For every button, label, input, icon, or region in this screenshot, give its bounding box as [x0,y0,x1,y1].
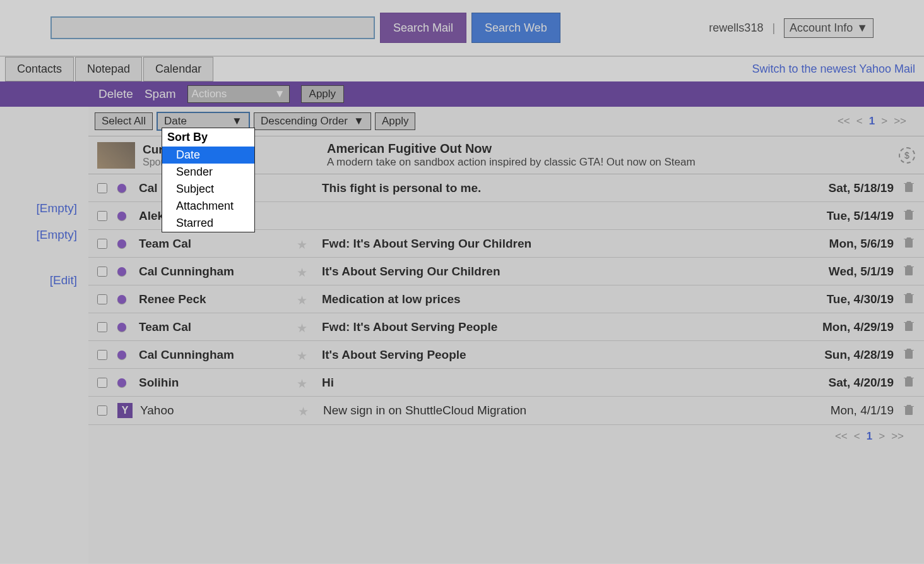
switch-newest-link[interactable]: Switch to the newest Yahoo Mail [752,63,915,76]
email-subject: It's About Serving People [322,348,805,362]
sort-order-dropdown[interactable]: Descending Order ▼ [254,112,371,130]
trash-icon[interactable] [904,292,915,306]
select-all-button[interactable]: Select All [95,112,153,130]
email-from: Cal Cunningham [139,265,297,279]
username-label: rewells318 [709,21,763,35]
yahoo-icon: Y [117,403,133,418]
pager-first[interactable]: << [838,115,850,128]
star-icon[interactable]: ★ [297,376,309,389]
email-row[interactable]: Cal Cunningham★It's About Serving People… [88,341,924,369]
star-icon[interactable]: ★ [298,404,311,417]
pager-prev[interactable]: < [854,430,860,443]
email-date: Mon, 5/6/19 [805,237,894,251]
chevron-down-icon: ▼ [232,115,242,128]
spam-link[interactable]: Spam [145,87,176,101]
star-icon[interactable]: ★ [297,293,309,306]
star-icon[interactable]: ★ [297,265,309,278]
email-row[interactable]: Cal Cunningham★It's About Serving Our Ch… [88,258,924,285]
account-info-dropdown[interactable]: Account Info ▼ [784,18,874,38]
star-icon[interactable]: ★ [297,349,309,361]
sort-option-subject[interactable]: Subject [162,181,254,198]
star-icon[interactable]: ★ [297,237,309,250]
pager-current: 1 [869,115,875,128]
sort-option-sender[interactable]: Sender [162,164,254,181]
star-icon[interactable]: ★ [297,321,309,333]
email-row[interactable]: Solihin★HiSat, 4/20/19 [88,369,924,397]
actions-dropdown[interactable]: Actions ▼ [187,85,290,103]
email-date: Mon, 4/1/19 [805,404,894,417]
unread-dot-icon [117,295,126,304]
email-row[interactable]: YYahoo★New sign in on ShuttleCloud Migra… [88,397,924,425]
search-mail-button[interactable]: Search Mail [380,13,466,43]
chevron-down-icon: ▼ [275,88,285,100]
sort-order-value: Descending Order [261,115,348,128]
trash-icon[interactable] [904,375,915,390]
sort-dropdown-menu: Sort By DateSenderSubjectAttachmentStarr… [162,128,255,232]
trash-icon[interactable] [904,236,915,251]
email-checkbox[interactable] [97,183,107,193]
email-row[interactable]: Team Cal★Fwd: It's About Serving Our Chi… [88,230,924,258]
sidebar-item-edit[interactable]: [Edit] [0,267,88,294]
star-icon[interactable] [297,210,309,222]
unread-dot-icon [117,184,126,193]
sponsored-desc: A modern take on sandbox action inspired… [327,156,696,169]
sort-option-starred[interactable]: Starred [162,215,254,232]
actions-label: Actions [192,88,227,100]
email-checkbox[interactable] [97,322,107,332]
email-checkbox[interactable] [97,239,107,249]
email-row[interactable]: Renee Peck★Medication at low pricesTue, … [88,285,924,313]
email-date: Wed, 5/1/19 [805,265,894,279]
search-web-button[interactable]: Search Web [471,13,560,43]
pager-last[interactable]: >> [891,430,904,443]
adchoices-icon[interactable]: $ [899,147,915,164]
email-checkbox[interactable] [97,294,107,304]
pager-prev[interactable]: < [856,115,863,128]
email-checkbox[interactable] [97,211,107,221]
pager-current: 1 [867,430,872,443]
unread-dot-icon [117,378,126,387]
pager-next[interactable]: > [879,430,885,443]
delete-link[interactable]: Delete [98,87,133,101]
search-input[interactable] [50,16,375,39]
trash-icon[interactable] [904,264,915,279]
pager-first[interactable]: << [835,430,848,443]
sidebar-item-empty-2[interactable]: [Empty] [0,222,88,248]
sort-by-value: Date [164,115,187,128]
pager-next[interactable]: > [881,115,887,128]
email-checkbox[interactable] [97,267,107,277]
tab-calendar[interactable]: Calendar [143,57,213,81]
email-subject: Hi [322,376,805,390]
email-subject: Fwd: It's About Serving People [322,320,805,334]
email-checkbox[interactable] [97,405,107,416]
sort-option-attachment[interactable]: Attachment [162,198,254,215]
sidebar-item-empty-1[interactable]: [Empty] [0,195,88,222]
apply-actions-button[interactable]: Apply [301,85,345,103]
tab-contacts[interactable]: Contacts [5,57,74,81]
email-from: Renee Peck [139,292,297,306]
tab-notepad[interactable]: Notepad [75,57,142,81]
trash-icon[interactable] [904,320,915,334]
email-subject: New sign in on ShuttleCloud Migration [323,404,805,417]
pager-last[interactable]: >> [894,115,906,128]
email-subject: Medication at low prices [322,292,805,306]
email-date: Tue, 4/30/19 [805,292,894,306]
apply-sort-button[interactable]: Apply [375,112,416,130]
email-checkbox[interactable] [97,378,107,388]
separator: | [772,21,775,35]
chevron-down-icon: ▼ [353,115,364,128]
email-subject: Fwd: It's About Serving Our Children [322,237,805,251]
trash-icon[interactable] [904,347,915,362]
email-row[interactable]: Team Cal★Fwd: It's About Serving PeopleM… [88,313,924,341]
email-from: Cal Cunningham [139,348,297,362]
unread-dot-icon [117,351,126,359]
email-checkbox[interactable] [97,350,107,360]
sponsored-title: American Fugitive Out Now [327,141,696,156]
trash-icon[interactable] [904,208,915,223]
account-info-label: Account Info [790,21,853,35]
star-icon[interactable] [297,182,309,195]
sort-dropdown-header: Sort By [162,128,254,147]
sort-option-date[interactable]: Date [162,147,254,164]
trash-icon[interactable] [904,181,915,195]
trash-icon[interactable] [904,404,915,418]
email-from: Yahoo [140,404,298,417]
